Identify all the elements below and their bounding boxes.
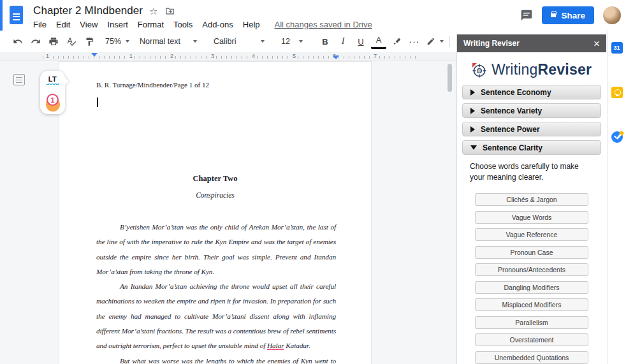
redo-button[interactable]	[28, 34, 43, 49]
spelling-check-button[interactable]	[64, 34, 79, 49]
spellcheck-flagged-word[interactable]: Halar	[267, 342, 284, 349]
menu-view[interactable]: View	[80, 20, 98, 29]
chevron-down-icon	[440, 40, 444, 43]
languagetool-logo: LT	[48, 75, 57, 83]
tool-unembedded-quotations[interactable]: Unembedded Quotations	[475, 351, 588, 364]
ruler-number: 1	[44, 53, 51, 59]
titlebar: Chapter 2 MIndbender ☆ File Edit View In…	[0, 0, 626, 31]
underline-button[interactable]: U	[353, 34, 368, 49]
font-family-select[interactable]: Calibri	[212, 34, 266, 49]
print-button[interactable]	[46, 34, 61, 49]
comments-icon[interactable]	[520, 9, 533, 22]
ruler-number: 4	[250, 53, 257, 59]
share-button[interactable]: Share	[542, 6, 594, 24]
panel-title: Writing Reviser	[463, 39, 593, 48]
tool-pronoun-case[interactable]: Pronoun Case	[475, 246, 588, 259]
paragraph[interactable]: B’yetishen Mor’a’stan was the only child…	[96, 220, 336, 279]
horizontal-ruler[interactable]: 1 1 2 3 4 5 6 7	[0, 52, 456, 61]
menu-bar: File Edit View Insert Format Tools Add-o…	[33, 20, 372, 29]
star-icon[interactable]: ☆	[149, 6, 157, 16]
editing-mode-button[interactable]	[425, 34, 446, 49]
show-outline-icon[interactable]	[13, 74, 25, 85]
section-sentence-economy[interactable]: Sentence Economy	[462, 85, 601, 99]
google-docs-logo-icon[interactable]	[10, 6, 23, 24]
close-icon[interactable]: ×	[593, 38, 600, 49]
text-cursor	[97, 98, 98, 107]
google-tasks-icon[interactable]	[611, 131, 623, 143]
tool-misplaced-modifiers[interactable]: Misplaced Modifiers	[475, 298, 588, 311]
text-color-button[interactable]: A	[371, 34, 386, 49]
tool-dangling-modifiers[interactable]: Dangling Modifiers	[475, 281, 588, 294]
tool-cliches-jargon[interactable]: Clichés & Jargon	[475, 193, 588, 206]
bold-button[interactable]: B	[317, 34, 333, 49]
clarity-tools-list: Clichés & Jargon Vague Words Vague Refer…	[475, 193, 588, 364]
collapse-triangle-icon	[470, 145, 477, 150]
page-running-header[interactable]: B. R. Turnage/Mindbender/Page 1 of 12	[96, 81, 209, 89]
svg-text:N: N	[478, 69, 481, 73]
menu-tools[interactable]: Tools	[173, 20, 193, 29]
body-text[interactable]: B’yetishen Mor’a’stan was the only child…	[96, 220, 336, 364]
google-keep-icon[interactable]	[611, 87, 623, 98]
lock-icon	[551, 13, 556, 17]
squiggle-underline-icon	[47, 84, 59, 86]
tool-vague-reference[interactable]: Vague Reference	[475, 228, 588, 241]
menu-file[interactable]: File	[33, 20, 47, 29]
account-avatar[interactable]	[603, 6, 621, 24]
chevron-down-icon	[299, 40, 303, 43]
expand-triangle-icon	[470, 89, 475, 96]
paragraph[interactable]: But what was worse was the lengths to wh…	[96, 354, 336, 364]
google-calendar-icon[interactable]: 31	[611, 42, 623, 54]
document-title[interactable]: Chapter 2 MIndbender	[33, 4, 143, 17]
writing-reviser-panel: Writing Reviser × N WritingReviser Sente…	[456, 34, 606, 364]
google-docs-window: Chapter 2 MIndbender ☆ File Edit View In…	[0, 0, 626, 364]
menu-edit[interactable]: Edit	[56, 20, 70, 29]
section-sentence-power[interactable]: Sentence Power	[462, 122, 601, 136]
move-to-folder-icon[interactable]	[164, 6, 175, 16]
workspace-side-strip: 31	[607, 31, 626, 364]
paragraph-style-select[interactable]: Normal text	[138, 34, 199, 49]
tool-overstatement[interactable]: Overstatement	[475, 333, 588, 346]
paint-format-button[interactable]	[82, 34, 97, 49]
chevron-down-icon	[126, 40, 129, 43]
issue-count-badge[interactable]: 1	[47, 94, 59, 106]
right-indent-marker[interactable]	[333, 55, 339, 59]
save-status-text[interactable]: All changes saved in Drive	[275, 20, 372, 29]
more-options-button[interactable]: ···	[407, 34, 422, 49]
chapter-heading[interactable]: Chapter Two	[59, 174, 371, 184]
compass-icon: N	[471, 62, 488, 78]
tool-vague-words[interactable]: Vague Words	[475, 211, 588, 224]
menu-format[interactable]: Format	[138, 20, 164, 29]
clarity-description: Choose words carefully to make your mean…	[470, 161, 593, 183]
section-sentence-variety[interactable]: Sentence Variety	[462, 103, 601, 118]
ruler-number: 5	[291, 53, 298, 59]
left-indent-marker[interactable]	[91, 53, 98, 57]
chevron-down-icon	[193, 40, 197, 43]
expand-triangle-icon	[470, 126, 475, 133]
chapter-subheading[interactable]: Conspiracies	[59, 191, 371, 199]
section-sentence-clarity[interactable]: Sentence Clarity	[462, 140, 601, 155]
panel-header: Writing Reviser ×	[457, 34, 606, 52]
menu-insert[interactable]: Insert	[107, 20, 128, 29]
tool-pronouns-antecedents[interactable]: Pronouns/Antecedents	[475, 263, 588, 276]
font-size-select[interactable]: 12	[279, 34, 305, 49]
menu-help[interactable]: Help	[243, 20, 260, 29]
window-edge-accent	[0, 0, 3, 31]
ruler-number: 1	[127, 53, 135, 59]
languagetool-widget[interactable]: LT 1	[40, 71, 65, 114]
tool-parallelism[interactable]: Parallelism	[475, 316, 588, 329]
chevron-down-icon	[261, 40, 265, 43]
toolbar: 75% Normal text Calibri 12 B I U A ···	[0, 31, 456, 52]
highlight-color-button[interactable]	[389, 34, 404, 49]
zoom-select[interactable]: 75%	[110, 34, 125, 49]
ruler-number: 2	[168, 53, 175, 59]
ruler-number: 3	[209, 53, 216, 59]
document-page[interactable]: B. R. Turnage/Mindbender/Page 1 of 12 Ch…	[59, 61, 372, 364]
writing-reviser-logo: N WritingReviser	[457, 52, 606, 85]
ruler-number: 7	[372, 53, 379, 59]
italic-button[interactable]: I	[335, 34, 351, 49]
paragraph[interactable]: An Itandan Mor’a’stan achieving the thro…	[96, 279, 336, 353]
document-scrollbar[interactable]	[448, 64, 452, 92]
document-canvas: B. R. Turnage/Mindbender/Page 1 of 12 Ch…	[0, 61, 456, 364]
menu-addons[interactable]: Add-ons	[202, 20, 233, 29]
undo-button[interactable]	[10, 34, 25, 49]
